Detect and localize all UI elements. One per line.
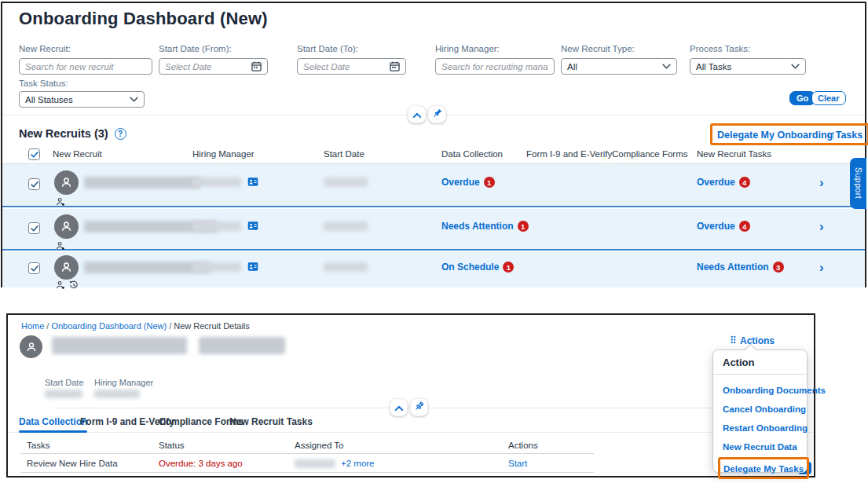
status-label: Overdue [697, 221, 735, 232]
recruit-avatar [20, 335, 42, 358]
col-tasks: Tasks [27, 441, 49, 450]
col-new-recruit-tasks: New Recruit Tasks [697, 149, 771, 159]
hiring-manager-search-field[interactable] [435, 58, 555, 75]
calendar-icon[interactable] [251, 61, 262, 71]
data-collection-status-link[interactable]: Overdue 1 [441, 177, 495, 188]
table-header-divider [20, 453, 594, 454]
recruit-name-redacted [84, 177, 200, 188]
data-collection-status-link[interactable]: Needs Attention 1 [441, 221, 529, 232]
clear-button[interactable]: Clear [811, 91, 846, 105]
breadcrumb-current: New Recruit Details [174, 321, 250, 331]
start-date-to-field[interactable]: Select Date [297, 58, 406, 75]
tab-new-recruit-tasks[interactable]: New Recruit Tasks [229, 416, 313, 427]
select-all-checkbox[interactable] [28, 148, 40, 160]
start-date-redacted [324, 262, 368, 272]
data-collection-status-link[interactable]: On Schedule 1 [441, 262, 514, 273]
actions-button-label: Actions [740, 335, 775, 346]
status-label: Overdue [697, 177, 735, 188]
hiring-manager-redacted [192, 177, 241, 187]
col-new-recruit: New Recruit [53, 149, 102, 159]
actions-button[interactable]: Actions [731, 335, 775, 346]
chevron-up-icon [394, 401, 404, 415]
table-row[interactable]: Overdue 1 Overdue 4 › [2, 164, 865, 207]
delegate-my-tasks-highlight-frame: Delegate My Tasks [718, 457, 809, 479]
hiring-manager-label: Hiring Manager [94, 378, 153, 387]
col-data-collection: Data Collection [441, 149, 503, 159]
col-compliance-forms: Compliance Forms [612, 149, 688, 159]
new-recruit-tasks-status-link[interactable]: Overdue 4 [697, 221, 750, 232]
assigned-more-link[interactable]: +2 more [341, 459, 375, 468]
row-checkbox[interactable] [28, 222, 40, 234]
pin-icon [414, 401, 424, 415]
recruits-table-header: New Recruit Hiring Manager Start Date Da… [2, 146, 865, 164]
contact-card-icon[interactable] [247, 261, 258, 275]
row-checkbox[interactable] [28, 178, 40, 190]
actions-menu-header: Action [713, 350, 807, 375]
status-count-badge: 4 [739, 177, 750, 188]
hiring-manager-search-input[interactable] [441, 62, 548, 71]
hiring-manager-redacted [192, 221, 241, 231]
table-row[interactable]: Needs Attention 1 Overdue 4 › [2, 209, 865, 251]
row-chevron-right-icon[interactable]: › [819, 261, 824, 274]
process-tasks-label: Process Tasks: [690, 44, 750, 53]
recruit-user-icon [56, 279, 65, 293]
row-checkbox[interactable] [28, 262, 40, 274]
help-icon[interactable]: ? [115, 128, 126, 140]
breadcrumb: Home/Onboarding Dashboard (New)/New Recr… [21, 321, 250, 331]
start-date-from-field[interactable]: Select Date [159, 58, 268, 75]
col-actions: Actions [508, 441, 538, 450]
start-date-redacted [324, 177, 368, 187]
assigned-to-redacted [295, 459, 335, 468]
recruits-section-header: New Recruits (3) ? [19, 127, 126, 140]
task-status-value: All Statuses [25, 95, 125, 104]
start-action-link[interactable]: Start [508, 459, 527, 468]
menu-item-new-recruit-data[interactable]: New Recruit Data [713, 442, 807, 452]
hiring-manager-label: Hiring Manager: [435, 44, 500, 53]
support-tab[interactable]: Support [850, 158, 866, 209]
hiring-manager-redacted [192, 262, 241, 272]
collapse-filters-button[interactable] [408, 105, 426, 123]
breadcrumb-dashboard-link[interactable]: Onboarding Dashboard (New) [51, 321, 167, 331]
details-tabbar: Data Collection Form I-9 and E-Verify Co… [8, 414, 814, 433]
new-recruit-type-select[interactable]: All [561, 58, 677, 75]
onboarding-dashboard-panel: Onboarding Dashboard (New) New Recruit: … [1, 2, 866, 287]
task-status-select[interactable]: All Statuses [19, 91, 145, 108]
row-chevron-right-icon[interactable]: › [819, 176, 824, 189]
menu-item-onboarding-documents[interactable]: Onboarding Documents [713, 386, 807, 395]
avatar [54, 255, 79, 280]
status-count-badge: 1 [484, 177, 495, 188]
new-recruit-type-value: All [567, 62, 657, 71]
menu-item-cancel-onboarding[interactable]: Cancel Onboarding [713, 404, 807, 414]
new-recruit-tasks-status-link[interactable]: Overdue 4 [697, 177, 750, 188]
row-chevron-right-icon[interactable]: › [819, 220, 824, 233]
col-start-date: Start Date [324, 149, 364, 159]
contact-card-icon[interactable] [247, 220, 258, 234]
delegate-my-onboarding-tasks-link[interactable]: Delegate My Onboarding Tasks [717, 130, 863, 141]
pin-header-button[interactable] [410, 398, 428, 416]
recruit-name-redacted [84, 262, 210, 273]
table-row[interactable]: On Schedule 1 Needs Attention 3 › [2, 252, 865, 287]
menu-item-delegate-my-tasks[interactable]: Delegate My Tasks [723, 464, 804, 474]
collapse-header-button[interactable] [390, 398, 408, 416]
pin-filters-button[interactable] [428, 105, 446, 123]
status-label: Needs Attention [441, 221, 514, 232]
process-tasks-select[interactable]: All Tasks [690, 58, 806, 75]
breadcrumb-home-link[interactable]: Home [21, 321, 44, 331]
status-label: On Schedule [441, 262, 499, 273]
hiring-manager-value-redacted [94, 390, 140, 398]
new-recruit-tasks-status-link[interactable]: Needs Attention 3 [697, 262, 784, 273]
calendar-icon[interactable] [390, 61, 400, 71]
tab-data-collection[interactable]: Data Collection [19, 416, 87, 427]
recruit-name-redacted [52, 337, 187, 354]
contact-card-icon[interactable] [247, 176, 258, 190]
chevron-up-icon [412, 108, 422, 122]
menu-item-restart-onboarding[interactable]: Restart Onboarding [713, 423, 807, 433]
new-recruit-search-input[interactable] [25, 62, 146, 71]
sort-icon[interactable]: ↓↑ [826, 128, 834, 141]
start-date-to-label: Start Date (To): [297, 44, 358, 53]
task-status-label: Task Status: [19, 79, 68, 88]
task-name: Review New Hire Data [27, 459, 118, 468]
start-date-label: Start Date [45, 378, 84, 387]
breadcrumb-separator: / [46, 321, 49, 331]
new-recruit-search-field[interactable] [19, 58, 152, 75]
